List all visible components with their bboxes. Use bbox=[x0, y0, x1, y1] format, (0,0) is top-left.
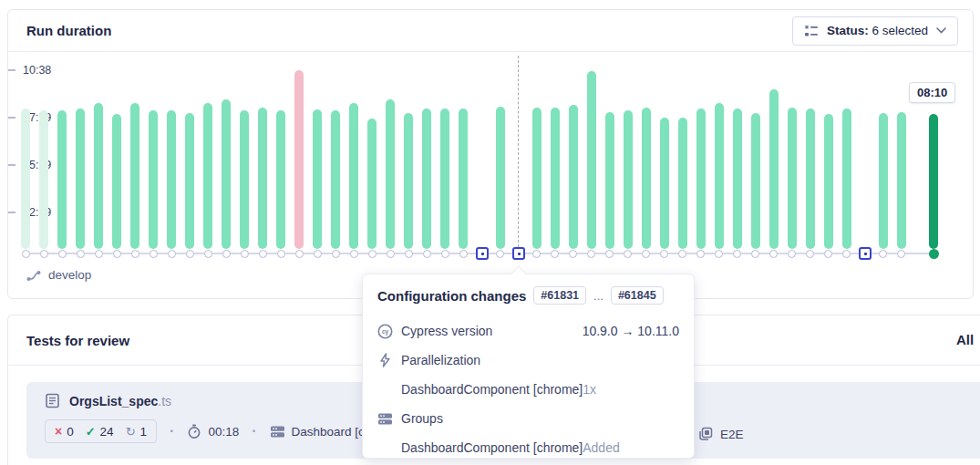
run-bar-ok[interactable] bbox=[240, 110, 249, 249]
run-point[interactable] bbox=[806, 250, 814, 258]
run-bar-ok[interactable] bbox=[349, 103, 358, 249]
run-bar-muted[interactable] bbox=[21, 108, 30, 249]
run-point[interactable] bbox=[40, 250, 48, 258]
run-point[interactable] bbox=[879, 250, 887, 258]
run-point[interactable] bbox=[131, 250, 139, 258]
run-point[interactable] bbox=[496, 250, 504, 258]
run-bar-ok[interactable] bbox=[769, 89, 779, 249]
run-point[interactable] bbox=[332, 250, 340, 258]
config-change-marker[interactable] bbox=[476, 247, 489, 260]
run-point[interactable] bbox=[441, 250, 449, 258]
run-bar-ok[interactable] bbox=[496, 107, 505, 249]
run-point[interactable] bbox=[387, 250, 395, 258]
run-bar-ok[interactable] bbox=[532, 108, 542, 249]
run-bar-ok[interactable] bbox=[824, 114, 833, 249]
parallelization-item: DashboardComponent [chrome] bbox=[401, 382, 583, 397]
run-bar-ok[interactable] bbox=[696, 108, 706, 249]
config-change-marker[interactable] bbox=[859, 247, 872, 260]
run-point[interactable] bbox=[241, 250, 249, 258]
run-point[interactable] bbox=[222, 250, 231, 258]
spec-name[interactable]: OrgsList_spec.ts bbox=[69, 394, 171, 408]
run-bar-ok[interactable] bbox=[404, 113, 413, 249]
run-point[interactable] bbox=[788, 250, 796, 258]
run-point[interactable] bbox=[277, 250, 285, 258]
run-point[interactable] bbox=[605, 250, 614, 258]
run-bar-ok[interactable] bbox=[879, 113, 888, 249]
run-point[interactable] bbox=[459, 250, 468, 258]
config-change-marker[interactable] bbox=[512, 247, 525, 260]
run-point[interactable] bbox=[77, 250, 85, 258]
run-point[interactable] bbox=[587, 250, 595, 258]
run-bar-latest[interactable] bbox=[929, 114, 938, 249]
run-bar-ok[interactable] bbox=[715, 103, 724, 249]
run-point[interactable] bbox=[113, 250, 121, 258]
run-bar-ok[interactable] bbox=[897, 112, 906, 249]
run-bar-ok[interactable] bbox=[57, 110, 67, 249]
run-point[interactable] bbox=[678, 250, 686, 258]
run-bar-ok[interactable] bbox=[678, 118, 687, 249]
run-bar-ok[interactable] bbox=[733, 108, 742, 249]
run-point[interactable] bbox=[733, 250, 741, 258]
run-point[interactable] bbox=[58, 250, 67, 258]
run-point[interactable] bbox=[624, 250, 632, 258]
run-bar-ok[interactable] bbox=[605, 112, 614, 249]
run-bar-ok[interactable] bbox=[94, 103, 103, 249]
run-point[interactable] bbox=[150, 250, 158, 258]
run-point[interactable] bbox=[769, 250, 778, 258]
run-bar-ok[interactable] bbox=[440, 108, 449, 249]
run-bar-ok[interactable] bbox=[642, 108, 651, 249]
run-point[interactable] bbox=[350, 250, 358, 258]
run-bar-ok[interactable] bbox=[806, 108, 815, 249]
run-point[interactable] bbox=[168, 250, 176, 258]
all-link[interactable]: All bbox=[956, 332, 974, 347]
run-bar-ok[interactable] bbox=[203, 103, 212, 249]
run-bar-ok[interactable] bbox=[313, 109, 322, 249]
run-bar-muted[interactable] bbox=[39, 110, 48, 249]
run-bar-ok[interactable] bbox=[149, 110, 158, 249]
run-bar-ok[interactable] bbox=[788, 108, 797, 249]
latest-run-point[interactable] bbox=[929, 249, 939, 259]
run-bar-ok[interactable] bbox=[624, 110, 633, 249]
run-point[interactable] bbox=[295, 250, 304, 258]
run-point[interactable] bbox=[824, 250, 832, 258]
run-bar-ok[interactable] bbox=[222, 99, 231, 249]
run-point[interactable] bbox=[368, 250, 377, 258]
run-point[interactable] bbox=[259, 250, 267, 258]
run-point[interactable] bbox=[897, 250, 905, 258]
run-bar-ok[interactable] bbox=[130, 103, 139, 249]
run-point[interactable] bbox=[660, 250, 668, 258]
run-bar-ok[interactable] bbox=[459, 108, 468, 249]
run-point[interactable] bbox=[22, 250, 30, 258]
run-point[interactable] bbox=[186, 250, 194, 258]
run-point[interactable] bbox=[405, 250, 413, 258]
run-bar-ok[interactable] bbox=[751, 113, 760, 249]
run-point[interactable] bbox=[314, 250, 322, 258]
run-bar-ok[interactable] bbox=[660, 118, 669, 249]
run-point[interactable] bbox=[842, 250, 851, 258]
run-bar-ok[interactable] bbox=[331, 110, 340, 249]
run-point[interactable] bbox=[751, 250, 759, 258]
run-bar-ok[interactable] bbox=[367, 119, 377, 249]
run-bar-ok[interactable] bbox=[185, 113, 194, 249]
run-point[interactable] bbox=[532, 250, 541, 258]
run-bar-ok[interactable] bbox=[587, 71, 596, 249]
run-point[interactable] bbox=[696, 250, 705, 258]
run-bar-ok[interactable] bbox=[112, 114, 121, 249]
run-bar-ok[interactable] bbox=[551, 108, 560, 249]
run-point[interactable] bbox=[204, 250, 212, 258]
run-bar-ok[interactable] bbox=[842, 108, 851, 249]
run-bar-failed[interactable] bbox=[294, 70, 304, 249]
run-point[interactable] bbox=[715, 250, 723, 258]
run-point[interactable] bbox=[423, 250, 431, 258]
run-point[interactable] bbox=[642, 250, 650, 258]
run-bar-ok[interactable] bbox=[422, 108, 431, 249]
run-bar-ok[interactable] bbox=[167, 110, 176, 249]
run-point[interactable] bbox=[551, 250, 559, 258]
run-point[interactable] bbox=[95, 250, 103, 258]
run-bar-ok[interactable] bbox=[569, 105, 578, 249]
run-bar-ok[interactable] bbox=[276, 110, 285, 249]
run-point[interactable] bbox=[569, 250, 577, 258]
run-bar-ok[interactable] bbox=[386, 99, 395, 249]
run-bar-ok[interactable] bbox=[76, 108, 85, 249]
run-bar-ok[interactable] bbox=[258, 108, 267, 249]
